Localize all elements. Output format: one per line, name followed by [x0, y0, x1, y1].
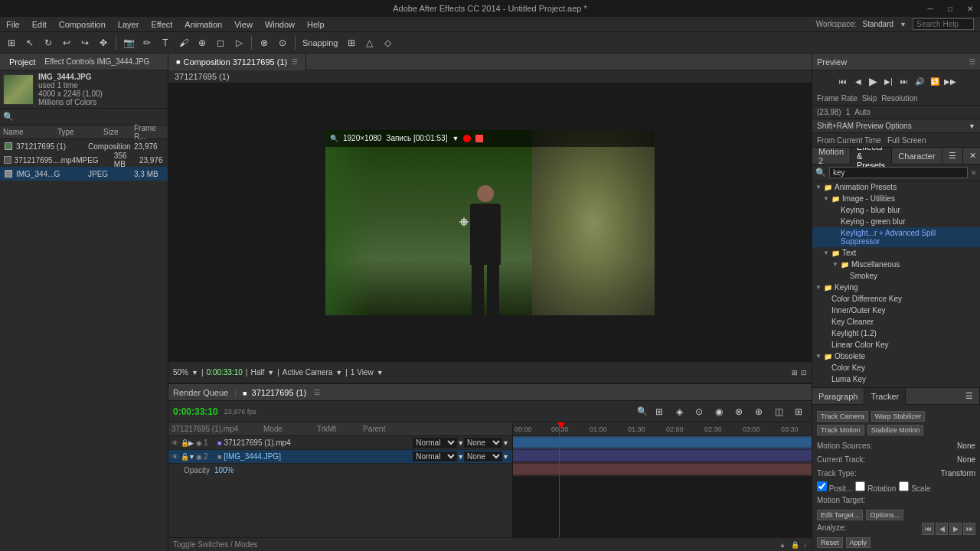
track-camera-btn[interactable]: Track Camera [817, 411, 868, 422]
snap-toggle[interactable]: ⊞ [343, 34, 360, 51]
layer-1-bar[interactable] [513, 450, 812, 461]
layer-1-solo[interactable]: ◉ [196, 439, 204, 447]
select-tool[interactable]: ↖ [21, 34, 38, 51]
layer-2-mode-dropdown[interactable]: ▼ [457, 453, 464, 461]
res-value[interactable]: Auto [854, 108, 871, 116]
layer-1-parent-dropdown[interactable]: ▼ [502, 439, 509, 447]
tl-lock-icon[interactable]: 🔒 [791, 541, 799, 549]
tree-animation-presets[interactable]: ▼ 📁 Animation Presets [812, 181, 980, 193]
active-camera[interactable]: Active Camera [283, 368, 333, 377]
comp-timecode[interactable]: 0:00:33:10 [207, 368, 243, 377]
half-res[interactable]: Half [250, 368, 264, 377]
layer-2-mode-select[interactable]: Normal [413, 452, 457, 461]
layer-2-solo[interactable]: ◉ [196, 453, 204, 461]
camera-tool[interactable]: 📷 [120, 34, 137, 51]
tree-key-cleaner[interactable]: ▶ Key Cleaner [812, 316, 980, 328]
layer-1-lock[interactable]: 🔓 [181, 439, 188, 447]
clone-tool[interactable]: ⊕ [194, 34, 211, 51]
menu-view[interactable]: View [228, 17, 259, 32]
tree-luma-key[interactable]: ▶ Luma Key [812, 373, 980, 385]
scale-checkbox[interactable] [899, 481, 909, 491]
camera-dropdown[interactable]: ▼ [335, 369, 342, 377]
maximize-button[interactable]: □ [940, 0, 960, 17]
rotate-tool[interactable]: ↻ [40, 34, 57, 51]
grid-icon[interactable]: ⊞ [792, 369, 798, 377]
layer-2-expand[interactable]: ▼ [188, 453, 196, 461]
snap-opt1[interactable]: △ [361, 34, 378, 51]
tl-tool-4[interactable]: ◉ [710, 403, 727, 420]
menu-layer[interactable]: Layer [112, 17, 145, 32]
layer-1-mode-select[interactable]: Normal [413, 438, 457, 448]
stabilize-motion-btn[interactable]: Stabilize Motion [867, 425, 924, 435]
effects-search-input[interactable] [829, 167, 968, 178]
menu-animation[interactable]: Animation [178, 17, 228, 32]
effects-search-clear[interactable]: ✕ [971, 169, 977, 177]
record-btn[interactable] [475, 135, 483, 142]
layer-row-2[interactable]: 👁 🔓 ▼ ◉ 2 ■ [IMG_3444.JPG] Normal ▼ None [168, 450, 512, 464]
tab-tracker[interactable]: Tracker [864, 388, 906, 405]
render-queue-tab[interactable]: Render Queue [173, 388, 228, 397]
toggle-switches-label[interactable]: Toggle Switches / Modes [173, 540, 258, 549]
skip-value[interactable]: 1 [846, 108, 851, 116]
close-button[interactable]: ✕ [960, 0, 980, 17]
tab-effect-controls[interactable]: Effect Controls IMG_3444.JPG [40, 57, 154, 66]
tree-obsolete[interactable]: ▼ 📁 Obsolete [812, 350, 980, 362]
analyze-end-btn[interactable]: ⏭ [963, 523, 975, 535]
menu-edit[interactable]: Edit [26, 17, 53, 32]
tree-color-difference-key[interactable]: ▶ Color Difference Key [812, 293, 980, 305]
shift-ram-options[interactable]: Shift+RAM Preview Options ▼ [812, 119, 980, 133]
layer-2-lock[interactable]: 🔓 [181, 453, 188, 461]
menu-composition[interactable]: Composition [53, 17, 112, 32]
tree-text[interactable]: ▼ 📁 Text [812, 247, 980, 259]
effects-close[interactable]: ✕ [963, 148, 980, 165]
play-btn[interactable]: ▶ [867, 74, 880, 88]
edit-target-btn[interactable]: Edit Target... [817, 510, 863, 520]
comp-tab-timeline[interactable]: ■ 371217695 (1) [243, 388, 306, 397]
opacity-value[interactable]: 100% [214, 466, 234, 474]
tl-timecode[interactable]: 0:00:33:10 [173, 406, 218, 417]
tl-expand-icon[interactable]: ▲ [779, 541, 786, 549]
rec-dropdown[interactable]: ▼ [452, 135, 459, 142]
audio-btn[interactable]: 🔊 [913, 74, 926, 88]
minimize-button[interactable]: ─ [920, 0, 940, 17]
layer-1-parent-select[interactable]: None [464, 438, 502, 448]
loop-btn[interactable]: 🔁 [928, 74, 942, 88]
tl-tool-5[interactable]: ⊗ [730, 403, 747, 420]
eraser-tool[interactable]: ◻ [212, 34, 229, 51]
view-count[interactable]: 1 View [351, 368, 374, 377]
tl-tool-2[interactable]: ◈ [671, 403, 688, 420]
redo-tool[interactable]: ↪ [77, 34, 93, 51]
pen-tool[interactable]: ✏ [139, 34, 155, 51]
puppet-tool[interactable]: ⊗ [256, 34, 273, 51]
move-tool[interactable]: ✥ [95, 34, 112, 51]
full-screen[interactable]: Full Screen [887, 136, 926, 145]
ram-preview-btn[interactable]: ▶▶ [943, 74, 957, 88]
menu-help[interactable]: Help [301, 17, 331, 32]
layer-row-1[interactable]: 👁 🔓 ▶ ◉ 1 ■ 371217695 (1).mp4 Normal ▼ N… [168, 436, 512, 450]
apply-btn[interactable]: Apply [846, 537, 871, 548]
tl-tool-1[interactable]: ⊞ [651, 403, 668, 420]
menu-effect[interactable]: Effect [145, 17, 178, 32]
layer-2-parent-dropdown[interactable]: ▼ [502, 453, 509, 461]
proj-item-jpg[interactable]: IMG_344...G JPEG 3,3 MB [0, 167, 168, 181]
proj-item-mp4[interactable]: 371217695....mp4 MPEG 356 MB 23,976 [0, 153, 168, 167]
zoom-dropdown[interactable]: ▼ [191, 369, 198, 377]
tree-miscellaneous[interactable]: ▼ 📁 Miscellaneous [812, 259, 980, 270]
help-search-input[interactable] [913, 18, 974, 30]
tree-color-key[interactable]: ▶ Color Key [812, 362, 980, 373]
tracker-menu[interactable]: ☰ [959, 388, 980, 405]
proj-item-comp[interactable]: 371217695 (1) Composition 23,976 [0, 139, 168, 153]
analyze-fwd-btn[interactable]: ▶ [949, 523, 962, 535]
tree-keylight[interactable]: ▶ Keylight (1.2) [812, 328, 980, 339]
tree-smokey[interactable]: ▶ Smokey [812, 270, 980, 282]
comp-view-opts[interactable]: ⊡ [801, 369, 807, 377]
snap-opt2[interactable]: ◇ [380, 34, 397, 51]
tl-menu[interactable]: ☰ [314, 389, 320, 396]
menu-window[interactable]: Window [259, 17, 301, 32]
comp-tab-main[interactable]: ■ Composition 371217695 (1) ☰ [168, 54, 306, 70]
half-dropdown[interactable]: ▼ [267, 369, 274, 377]
from-current[interactable]: From Current Time [817, 136, 881, 145]
options-btn[interactable]: Options... [866, 510, 903, 520]
analyze-prev-btn[interactable]: ⏮ [922, 523, 934, 535]
workspace-dropdown-icon[interactable]: ▼ [900, 21, 906, 28]
